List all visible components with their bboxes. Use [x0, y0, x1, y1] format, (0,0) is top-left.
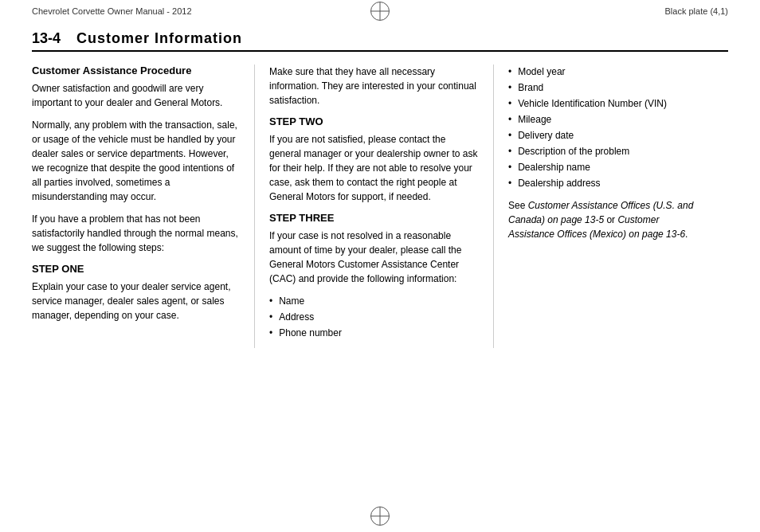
list-item: Vehicle Identification Number (VIN)	[508, 96, 701, 111]
page-header: Chevrolet Corvette Owner Manual - 2012 B…	[0, 0, 760, 22]
list-item: Name	[269, 294, 479, 308]
right-column: Model yearBrandVehicle Identification Nu…	[494, 65, 701, 348]
footer-crosshair-icon	[370, 507, 390, 526]
list-item: Address	[269, 310, 479, 324]
left-para3: If you have a problem that has not been …	[32, 212, 240, 255]
crosshair-icon	[370, 2, 390, 21]
list-item: Brand	[508, 80, 701, 95]
see-prefix: See	[508, 200, 528, 211]
step-two-heading: STEP TWO	[269, 115, 479, 127]
middle-intro: Make sure that they have all necessary i…	[269, 65, 479, 108]
left-para2: Normally, any problem with the transacti…	[32, 118, 240, 204]
content-columns: Customer Assistance Procedure Owner sati…	[32, 65, 728, 348]
list-item: Dealership name	[508, 160, 701, 174]
main-content: 13-4 Customer Information Customer Assis…	[0, 22, 760, 356]
chapter-name: Customer Information	[76, 30, 242, 47]
left-column: Customer Assistance Procedure Owner sati…	[32, 65, 255, 348]
step-one-heading: STEP ONE	[32, 263, 240, 275]
step-two-text: If you are not satisfied, please contact…	[269, 132, 479, 204]
list-item: Phone number	[269, 326, 479, 340]
see-text: See Customer Assistance Offices (U.S. an…	[508, 198, 701, 241]
list-item: Description of the problem	[508, 144, 701, 158]
chapter-number: 13-4	[32, 30, 61, 47]
list-item: Dealership address	[508, 176, 701, 190]
see-end: .	[685, 229, 688, 240]
see-middle: or	[604, 214, 617, 225]
step-three-heading: STEP THREE	[269, 212, 479, 224]
chapter-title-bar: 13-4 Customer Information	[32, 30, 728, 52]
header-right-text: Black plate (4,1)	[665, 6, 728, 16]
middle-column: Make sure that they have all necessary i…	[255, 65, 494, 348]
middle-bullet-list: NameAddressPhone number	[269, 294, 479, 340]
page-container: Chevrolet Corvette Owner Manual - 2012 B…	[0, 0, 760, 532]
list-item: Mileage	[508, 112, 701, 127]
header-left-text: Chevrolet Corvette Owner Manual - 2012	[32, 6, 192, 16]
list-item: Delivery date	[508, 128, 701, 143]
left-para1: Owner satisfaction and goodwill are very…	[32, 81, 240, 110]
list-item: Model year	[508, 65, 701, 79]
see-italic1: Customer Assistance Offices (U.S. and Ca…	[508, 200, 693, 225]
footer-crosshair	[370, 507, 390, 526]
header-crosshair	[370, 2, 390, 21]
step-one-text: Explain your case to your dealer service…	[32, 280, 240, 323]
right-bullet-list: Model yearBrandVehicle Identification Nu…	[508, 65, 701, 190]
section-title: Customer Assistance Procedure	[32, 65, 240, 76]
step-three-text: If your case is not resolved in a reason…	[269, 229, 479, 286]
